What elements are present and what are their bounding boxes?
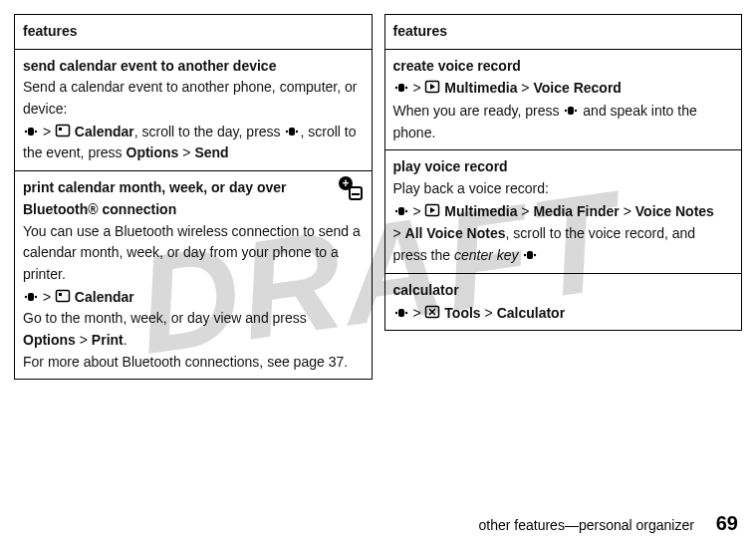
body-text: When you are ready, press and speak into… <box>393 100 734 143</box>
tools-app-icon <box>424 304 440 320</box>
page-number: 69 <box>716 512 738 534</box>
path-text: > Calendar, scroll to the day, press , s… <box>23 121 364 164</box>
gt1: > <box>409 80 425 96</box>
gt4: > <box>393 225 405 241</box>
row-send-calendar: send calendar event to another device Se… <box>15 49 373 170</box>
center-key-icon <box>23 124 39 139</box>
multimedia-label: Multimedia <box>444 80 517 96</box>
svg-point-31 <box>394 311 396 313</box>
svg-rect-3 <box>56 125 69 136</box>
path-text: > Multimedia > Voice Record <box>393 77 734 100</box>
body-text: Play back a voice record: <box>393 178 734 200</box>
left-column: features send calendar event to another … <box>14 14 373 380</box>
calendar-app-icon <box>55 123 71 138</box>
row-play-voice: play voice record Play back a voice reco… <box>384 150 742 273</box>
gt2: > <box>178 144 194 160</box>
multimedia-app-icon <box>424 202 440 218</box>
svg-rect-19 <box>398 84 404 92</box>
svg-point-1 <box>35 131 37 133</box>
body-text: For more about Bluetooth connections, se… <box>23 352 364 374</box>
center-key-icon <box>522 247 538 263</box>
center-key-icon <box>284 124 300 139</box>
media-finder-label: Media Finder <box>533 203 619 219</box>
svg-rect-2 <box>28 128 34 136</box>
page-footer: other features—personal organizer 69 <box>479 512 738 535</box>
print-label: Print <box>92 332 124 348</box>
gt1: > <box>409 305 425 321</box>
section-title: other features—personal organizer <box>479 517 694 533</box>
svg-point-6 <box>296 131 298 133</box>
svg-point-5 <box>286 131 288 133</box>
gt2: > <box>517 80 533 96</box>
path-text: > Calendar <box>23 286 364 309</box>
svg-rect-30 <box>527 251 533 259</box>
center-key-icon <box>563 103 579 119</box>
gt2: > <box>76 332 92 348</box>
feature-title: print calendar month, week, or day over … <box>23 177 364 220</box>
options-label: Options <box>23 332 76 348</box>
center-key-icon <box>393 203 409 219</box>
mid-text: , scroll to the day, press <box>134 124 285 139</box>
options-label: Options <box>126 144 179 160</box>
right-table: features create voice record > Multimedi… <box>384 14 743 331</box>
row-calculator: calculator > Tools > Calculator <box>384 273 742 330</box>
svg-rect-14 <box>28 293 34 301</box>
gt3: > <box>620 203 635 219</box>
path-text: > Multimedia > Media Finder > Voice Note… <box>393 200 734 267</box>
gt1: > <box>409 203 425 219</box>
feature-title: send calendar event to another device <box>23 56 364 78</box>
svg-point-22 <box>575 110 577 112</box>
tools-label: Tools <box>444 305 480 321</box>
bluetooth-badge-icon: + <box>338 175 364 208</box>
center-key-text: center key <box>454 247 519 263</box>
all-voice-notes-label: All Voice Notes <box>405 225 506 241</box>
voice-record-label: Voice Record <box>533 80 621 96</box>
svg-point-25 <box>404 210 406 212</box>
svg-rect-26 <box>398 207 404 215</box>
feature-title: create voice record <box>393 56 734 78</box>
body-text: Go to the month, week, or day view and p… <box>23 308 364 351</box>
row-create-voice: create voice record > Multimedia > Voice… <box>384 49 742 150</box>
svg-point-12 <box>25 295 27 297</box>
multimedia-app-icon <box>424 79 440 95</box>
center-key-icon <box>23 289 39 305</box>
svg-point-0 <box>25 131 27 133</box>
svg-point-21 <box>565 110 567 112</box>
voice-notes-label: Voice Notes <box>635 203 714 219</box>
body-text: You can use a Bluetooth wireless connect… <box>23 221 364 286</box>
feature-title: calculator <box>393 280 734 302</box>
calendar-label: Calendar <box>75 124 134 139</box>
svg-point-32 <box>404 311 406 313</box>
svg-point-29 <box>534 254 536 256</box>
send-label: Send <box>194 144 228 160</box>
right-header: features <box>384 15 742 50</box>
row-print-calendar: + print calendar month, week, or day ove… <box>15 171 373 380</box>
svg-point-18 <box>404 87 406 89</box>
right-column: features create voice record > Multimedi… <box>384 14 743 380</box>
svg-rect-16 <box>59 293 62 296</box>
gt2: > <box>481 305 497 321</box>
svg-point-24 <box>394 210 396 212</box>
svg-rect-4 <box>59 128 62 131</box>
svg-text:+: + <box>342 176 349 190</box>
svg-rect-23 <box>568 107 574 115</box>
multimedia-label: Multimedia <box>444 203 517 219</box>
body-text: Send a calendar event to another phone, … <box>23 77 364 120</box>
page-columns: features send calendar event to another … <box>0 0 756 380</box>
svg-rect-33 <box>398 309 404 317</box>
svg-point-13 <box>35 295 37 297</box>
left-header: features <box>15 15 373 50</box>
svg-rect-15 <box>56 290 69 301</box>
svg-rect-7 <box>289 128 295 136</box>
gt1: > <box>39 124 55 139</box>
center-key-icon <box>393 80 409 96</box>
path-text: > Tools > Calculator <box>393 302 734 325</box>
calendar-label: Calendar <box>75 289 134 305</box>
gt1: > <box>39 289 55 305</box>
center-key-icon <box>393 305 409 321</box>
left-table: features send calendar event to another … <box>14 14 373 380</box>
calendar-app-icon <box>55 288 71 304</box>
calculator-label: Calculator <box>497 305 565 321</box>
svg-point-17 <box>394 87 396 89</box>
feature-title: play voice record <box>393 156 734 178</box>
